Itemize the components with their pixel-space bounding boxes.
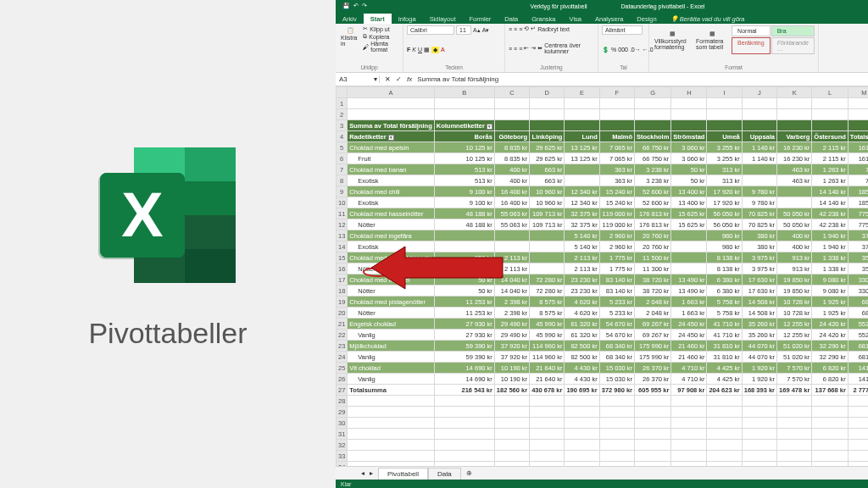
cell[interactable]: 552 34 bbox=[848, 319, 868, 330]
cell[interactable]: 10 190 kr bbox=[494, 363, 529, 374]
cell[interactable]: Exotisk bbox=[348, 241, 434, 252]
cell[interactable] bbox=[742, 407, 776, 418]
cell[interactable]: 663 kr bbox=[530, 175, 565, 186]
row-header[interactable]: 32 bbox=[337, 440, 348, 451]
cell[interactable]: 15 030 kr bbox=[599, 363, 634, 374]
tab-infoga[interactable]: Infoga bbox=[392, 14, 423, 24]
cell[interactable] bbox=[494, 451, 529, 462]
cell[interactable]: 114 960 kr bbox=[530, 341, 565, 352]
cell[interactable]: 3 255 kr bbox=[707, 142, 742, 153]
font-name-select[interactable]: Calibri bbox=[407, 25, 454, 35]
cell[interactable] bbox=[635, 451, 671, 462]
cell[interactable]: 45 990 kr bbox=[530, 319, 565, 330]
cell[interactable] bbox=[530, 429, 565, 440]
cell[interactable]: 1 140 kr bbox=[742, 153, 776, 164]
cell[interactable] bbox=[434, 241, 494, 252]
row-header[interactable]: 19 bbox=[337, 297, 348, 308]
cell[interactable]: 35 260 kr bbox=[742, 330, 776, 341]
copy-button[interactable]: ⧉ Kopiera bbox=[363, 33, 399, 40]
cell[interactable]: 24 420 kr bbox=[812, 330, 849, 341]
cell[interactable] bbox=[777, 109, 812, 120]
cell[interactable]: 3 060 kr bbox=[671, 142, 707, 153]
align-mid-icon[interactable]: ≡ bbox=[514, 26, 517, 32]
cell[interactable]: 1 775 kr bbox=[599, 252, 634, 263]
cell[interactable]: 37 54 bbox=[848, 230, 868, 241]
cell[interactable]: Varberg bbox=[777, 131, 812, 142]
cell[interactable]: 20 760 kr bbox=[635, 230, 671, 241]
cell[interactable] bbox=[742, 451, 776, 462]
cell[interactable]: 681 43 bbox=[848, 341, 868, 352]
cell[interactable]: 19 850 kr bbox=[777, 274, 812, 286]
cell[interactable]: Exotisk bbox=[348, 197, 434, 208]
row-header[interactable]: 2 bbox=[337, 109, 348, 120]
cell[interactable]: 4 620 kr bbox=[565, 297, 599, 308]
cell[interactable] bbox=[434, 418, 494, 429]
cell[interactable] bbox=[707, 98, 742, 109]
cell[interactable]: Nötter bbox=[348, 286, 434, 297]
sheet-nav-first-icon[interactable]: ◂ bbox=[361, 469, 364, 477]
cell[interactable]: 68 340 kr bbox=[599, 341, 634, 352]
cell[interactable]: 14 508 kr bbox=[742, 297, 776, 308]
cell[interactable]: 29 490 kr bbox=[494, 330, 529, 341]
cell[interactable]: 42 238 kr bbox=[812, 219, 849, 230]
cell[interactable]: 430 678 kr bbox=[530, 385, 565, 396]
cell[interactable]: 3 975 kr bbox=[742, 263, 776, 274]
row-header[interactable]: 1 bbox=[337, 98, 348, 109]
cell[interactable]: 9 080 kr bbox=[812, 286, 849, 297]
cell[interactable] bbox=[599, 109, 634, 120]
row-filter-icon[interactable]: ▾ bbox=[388, 135, 394, 141]
cell[interactable] bbox=[530, 418, 565, 429]
cell[interactable] bbox=[707, 451, 742, 462]
cell[interactable] bbox=[494, 241, 529, 252]
cell[interactable] bbox=[494, 429, 529, 440]
cell[interactable]: 37 54 bbox=[848, 241, 868, 252]
cell[interactable] bbox=[812, 407, 849, 418]
cell[interactable]: 9 780 kr bbox=[742, 197, 776, 208]
cell[interactable]: Totalsum bbox=[848, 131, 868, 142]
cell[interactable]: 5 233 kr bbox=[599, 308, 634, 319]
cell[interactable] bbox=[777, 186, 812, 197]
cell[interactable]: Nötter bbox=[348, 263, 434, 274]
tab-data[interactable]: Data bbox=[498, 14, 525, 24]
row-header[interactable]: 26 bbox=[337, 374, 348, 385]
cell[interactable] bbox=[707, 407, 742, 418]
currency-icon[interactable]: 💲 bbox=[602, 47, 609, 53]
cell[interactable]: 52 600 kr bbox=[635, 186, 671, 197]
cell[interactable] bbox=[671, 230, 707, 241]
cell[interactable]: 775 93 bbox=[848, 219, 868, 230]
tab-visa[interactable]: Visa bbox=[563, 14, 588, 24]
cell[interactable] bbox=[812, 418, 849, 429]
row-header[interactable]: 30 bbox=[337, 418, 348, 429]
cell[interactable]: Vanlig bbox=[348, 374, 434, 385]
cell[interactable] bbox=[565, 429, 599, 440]
cell[interactable]: 775 93 bbox=[848, 208, 868, 219]
cell[interactable]: 29 625 kr bbox=[530, 153, 565, 164]
cell[interactable]: 16 230 kr bbox=[777, 142, 812, 153]
cell[interactable]: 24 420 kr bbox=[812, 319, 849, 330]
cell[interactable] bbox=[812, 109, 849, 120]
cell[interactable]: 14 508 kr bbox=[742, 308, 776, 319]
cell[interactable] bbox=[777, 418, 812, 429]
column-header[interactable]: I bbox=[707, 87, 742, 98]
cell[interactable] bbox=[565, 440, 599, 451]
align-right-icon[interactable]: ≡ bbox=[519, 46, 522, 52]
cell[interactable]: 330 70 bbox=[848, 274, 868, 286]
cell[interactable]: 141 99 bbox=[848, 363, 868, 374]
pivot-table[interactable]: ABCDEFGHIJKLM123Summa av Total försäljni… bbox=[336, 86, 868, 468]
cell[interactable] bbox=[671, 98, 707, 109]
sheet-nav-prev-icon[interactable]: ▸ bbox=[370, 469, 373, 477]
row-header[interactable]: 6 bbox=[337, 153, 348, 164]
cell[interactable] bbox=[671, 120, 707, 131]
cell[interactable]: 216 543 kr bbox=[434, 385, 494, 396]
cell[interactable]: 55 063 kr bbox=[494, 208, 529, 219]
cell[interactable]: 913 kr bbox=[777, 263, 812, 274]
column-header[interactable]: M bbox=[848, 87, 868, 98]
cell[interactable]: 32 290 kr bbox=[812, 352, 849, 363]
cell[interactable]: 6 820 kr bbox=[812, 363, 849, 374]
cell[interactable]: 83 140 kr bbox=[599, 274, 634, 286]
cell[interactable]: 21 460 kr bbox=[671, 341, 707, 352]
column-header[interactable]: B bbox=[434, 87, 494, 98]
cell[interactable]: 32 290 kr bbox=[812, 341, 849, 352]
cell[interactable] bbox=[848, 429, 868, 440]
align-center-icon[interactable]: ≡ bbox=[514, 46, 517, 52]
